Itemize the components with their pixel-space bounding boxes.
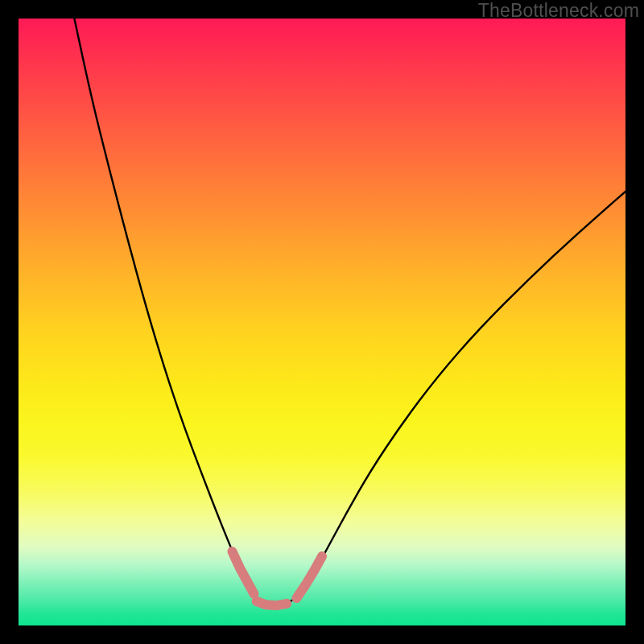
watermark-text: TheBottleneck.com bbox=[478, 0, 639, 22]
highlight-right-highlight bbox=[296, 556, 322, 598]
highlight-segments bbox=[232, 551, 322, 605]
bottleneck-gradient-plot bbox=[19, 19, 625, 625]
highlight-bottom-highlight bbox=[257, 601, 287, 605]
curve-layer bbox=[19, 19, 625, 625]
highlight-left-highlight bbox=[232, 551, 254, 594]
bottleneck-curve bbox=[74, 19, 625, 605]
